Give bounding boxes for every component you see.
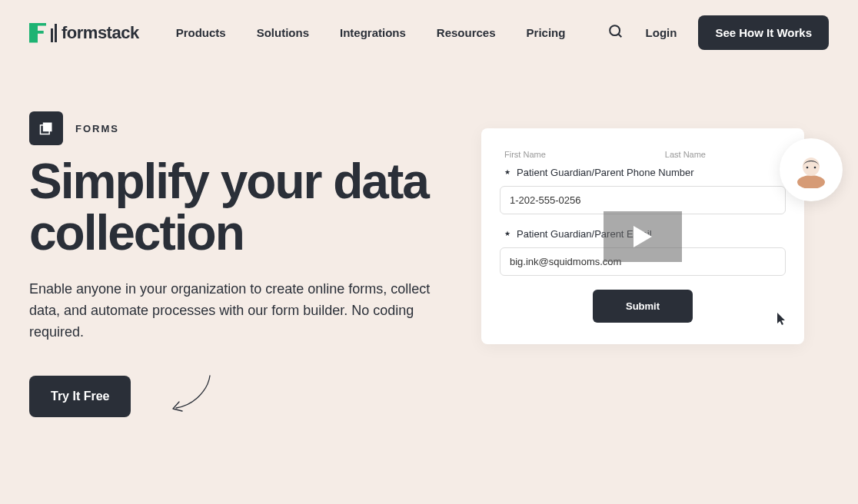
play-icon	[632, 224, 653, 249]
video-preview-card: First Name Last Name Patient Guardian/Pa…	[481, 128, 804, 344]
cursor-icon	[777, 312, 787, 329]
svg-point-6	[806, 167, 809, 169]
svg-point-7	[814, 167, 816, 169]
formstack-logo-icon	[29, 23, 46, 43]
svg-rect-2	[43, 123, 52, 132]
hero-title: Simplify your data collection	[29, 156, 444, 259]
svg-point-4	[797, 175, 825, 188]
last-name-label: Last Name	[665, 150, 706, 159]
logo[interactable]: formstack	[29, 23, 139, 43]
arrow-decoration-icon	[165, 373, 214, 422]
nav-solutions[interactable]: Solutions	[257, 26, 309, 39]
nav-integrations[interactable]: Integrations	[340, 26, 406, 39]
see-how-it-works-button[interactable]: See How It Works	[698, 15, 829, 50]
login-link[interactable]: Login	[646, 26, 677, 39]
preview-submit-button: Submit	[593, 290, 693, 323]
hero-subtitle: Enable anyone in your organization to cr…	[29, 279, 437, 343]
main-nav: Products Solutions Integrations Resource…	[176, 26, 566, 39]
svg-line-1	[618, 34, 621, 37]
try-it-free-button[interactable]: Try It Free	[29, 376, 131, 417]
phone-field-label: Patient Guardian/Parent Phone Number	[500, 167, 786, 178]
hero-left: FORMS Simplify your data collection Enab…	[29, 111, 444, 422]
chat-widget[interactable]	[780, 138, 843, 201]
hero-right: First Name Last Name Patient Guardian/Pa…	[467, 111, 829, 422]
search-icon[interactable]	[607, 23, 624, 43]
logo-text: formstack	[62, 23, 139, 43]
phone-field-value: 1-202-555-0256	[500, 186, 786, 214]
play-video-button[interactable]	[604, 211, 682, 262]
preview-name-labels: First Name Last Name	[500, 150, 786, 159]
forms-product-icon	[29, 111, 63, 145]
nav-pricing[interactable]: Pricing	[527, 26, 566, 39]
eyebrow: FORMS	[29, 111, 444, 145]
first-name-label: First Name	[504, 150, 546, 159]
nav-products[interactable]: Products	[176, 26, 226, 39]
svg-point-5	[803, 158, 820, 176]
logo-bars	[51, 24, 57, 42]
svg-point-0	[610, 25, 620, 35]
eyebrow-text: FORMS	[75, 123, 119, 134]
nav-resources[interactable]: Resources	[437, 26, 496, 39]
avatar-icon	[793, 151, 830, 188]
header: formstack Products Solutions Integration…	[0, 0, 858, 65]
main-content: FORMS Simplify your data collection Enab…	[0, 65, 858, 422]
header-right: Login See How It Works	[607, 15, 829, 50]
